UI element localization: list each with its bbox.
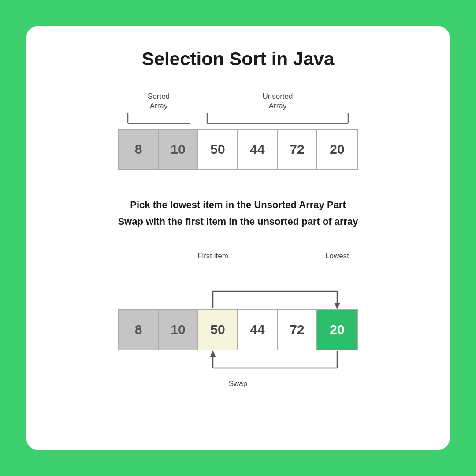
cell-1: 10: [159, 130, 198, 169]
bottom-cell-2: 50: [198, 310, 238, 350]
main-card: Selection Sort in Java SortedArray Unsor…: [26, 26, 450, 450]
sorted-bracket: [119, 113, 198, 125]
page-title: Selection Sort in Java: [142, 48, 335, 70]
bottom-cell-5: 20: [317, 310, 357, 350]
unsorted-array-label: UnsortedArray: [198, 92, 357, 111]
top-arrow-svg: [119, 287, 357, 309]
cell-4: 72: [278, 130, 317, 169]
bottom-cell-0: 8: [119, 310, 159, 350]
cell-5: 20: [317, 130, 357, 169]
top-labels-row: SortedArray UnsortedArray: [119, 92, 357, 111]
bottom-cell-4: 72: [278, 310, 317, 350]
svg-marker-12: [210, 350, 216, 357]
bottom-diagram: First item Lowest 8 10 50 44 72 20: [53, 252, 423, 386]
brackets-row: [119, 113, 357, 125]
description-section: Pick the lowest item in the Unsorted Arr…: [118, 197, 358, 230]
swap-arrow-container: Swap: [119, 350, 357, 386]
desc-line-1: Pick the lowest item in the Unsorted Arr…: [118, 197, 358, 213]
lowest-label: Lowest: [317, 252, 357, 260]
bottom-cell-1: 10: [159, 310, 198, 350]
top-diagram: SortedArray UnsortedArray: [53, 92, 423, 170]
sorted-array-label: SortedArray: [119, 92, 198, 111]
bottom-labels-container: First item Lowest: [119, 252, 357, 287]
bottom-cell-3: 44: [238, 310, 278, 350]
unsorted-bracket: [198, 113, 357, 125]
cell-2: 50: [198, 130, 238, 169]
first-item-label: First item: [193, 252, 233, 260]
desc-line-2: Swap with the first item in the unsorted…: [118, 213, 358, 230]
cell-0: 8: [119, 130, 159, 169]
top-array: 8 10 50 44 72 20: [118, 129, 358, 170]
swap-arrow-svg: [119, 350, 357, 381]
svg-marker-8: [334, 303, 340, 309]
cell-3: 44: [238, 130, 278, 169]
top-arrow-container: [119, 287, 357, 309]
bottom-array: 8 10 50 44 72 20: [118, 309, 358, 350]
